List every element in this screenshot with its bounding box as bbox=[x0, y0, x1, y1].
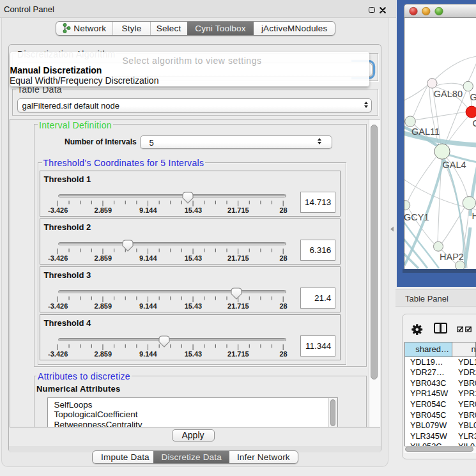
svg-text:HAP2: HAP2 bbox=[440, 252, 464, 262]
svg-text:H: H bbox=[472, 211, 476, 221]
svg-text:GCY1: GCY1 bbox=[404, 212, 429, 222]
svg-text:GAL11: GAL11 bbox=[411, 127, 440, 137]
svg-text:G: G bbox=[470, 92, 476, 102]
svg-text:GAL80: GAL80 bbox=[433, 89, 462, 99]
svg-text:C: C bbox=[472, 118, 476, 128]
svg-text:GAL4: GAL4 bbox=[442, 160, 466, 170]
